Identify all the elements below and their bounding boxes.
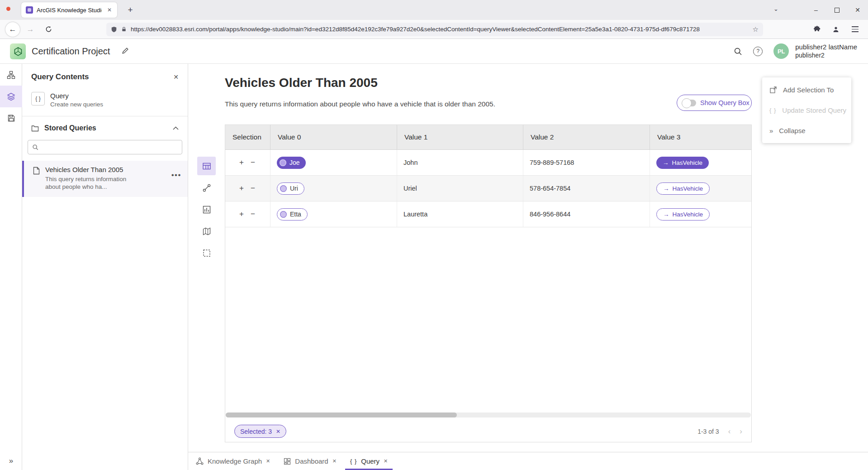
stored-queries-header[interactable]: Stored Queries [22,116,188,140]
more-options-icon[interactable]: ••• [171,171,181,180]
search-icon[interactable] [734,47,742,56]
view-tab-bar: Knowledge Graph ✕ Dashboard ✕ { } Query … [188,452,868,470]
menu-icon[interactable] [848,23,862,36]
maximize-button[interactable] [826,0,847,20]
minimize-button[interactable]: – [806,0,826,20]
close-window-button[interactable]: ✕ [847,0,868,20]
close-tab-icon[interactable]: ✕ [266,458,270,464]
stored-query-title: Vehicles Older Than 2005 [45,166,141,173]
braces-icon: { } [350,458,357,465]
column-header[interactable]: Value 2 [523,125,650,149]
edit-title-button[interactable] [121,47,129,55]
back-button[interactable]: ← [5,22,20,37]
stored-query-item[interactable]: Vehicles Older Than 2005 This query retu… [22,161,188,197]
menu-item-update-stored-query[interactable]: { } Update Stored Query [762,100,851,120]
new-query-item[interactable]: { } Query Create new queries [22,90,188,116]
column-header[interactable]: Value 3 [650,125,751,149]
stored-queries-search[interactable] [28,140,182,154]
entity-pill[interactable]: Joe [277,157,306,169]
toggle-switch[interactable] [683,100,696,106]
column-header[interactable]: Value 0 [270,125,397,149]
entity-dot-icon [280,159,286,166]
tab-label: Query [361,457,379,465]
table-footer: Selected: 3 ✕ 1-3 of 3 ‹ › [225,421,751,442]
close-tab-icon[interactable]: ✕ [332,458,337,464]
user-info[interactable]: publisher2 lastName publisher2 [795,43,857,59]
menu-item-label: Collapse [779,127,805,134]
menu-item-collapse[interactable]: » Collapse [762,120,851,141]
remove-from-selection-icon[interactable]: − [251,158,255,167]
refresh-button[interactable] [41,22,56,37]
menu-item-add-selection-to[interactable]: Add Selection To [762,80,851,100]
chevron-up-icon[interactable] [173,126,179,130]
column-header[interactable]: Value 1 [397,125,523,149]
entity-pill[interactable]: Uri [277,182,304,195]
new-query-title: Query [50,92,103,100]
tab-dashboard[interactable]: Dashboard ✕ [277,452,343,470]
add-to-selection-icon[interactable]: + [239,184,244,193]
save-icon[interactable] [0,107,22,129]
data-model-icon[interactable] [0,64,22,86]
bookmark-star-icon[interactable]: ☆ [753,25,759,34]
pagination-label: 1-3 of 3 [697,428,719,435]
column-header[interactable]: Selection [225,125,270,149]
lock-icon[interactable] [121,26,127,32]
project-title: Certification Project [32,39,110,63]
expand-strip-icon[interactable]: » [0,456,22,465]
show-query-box-toggle[interactable]: Show Query Box [677,95,752,111]
stored-query-description: This query returns information about peo… [45,176,141,191]
folder-icon [31,125,39,132]
horizontal-scrollbar[interactable] [226,412,751,417]
next-page-icon[interactable]: › [740,427,742,436]
selection-tools-icon[interactable] [197,244,216,262]
url-text: https://dev0028833.esri.com/portal/apps/… [131,26,749,33]
remove-from-selection-icon[interactable]: − [251,184,255,193]
add-to-selection-icon[interactable]: + [239,210,244,219]
value-1-cell: Uriel [397,176,523,201]
list-tabs-chevron-icon[interactable]: ⌄ [773,5,778,12]
chart-view-icon[interactable] [197,200,216,219]
table-row[interactable]: +−EttaLauretta846-956-8644→HasVehicle [225,201,751,227]
link-chart-icon[interactable] [197,178,216,197]
selection-cell: +− [225,176,270,201]
app-icon-strip: » [0,64,22,470]
remove-from-selection-icon[interactable]: − [251,210,255,219]
avatar[interactable]: PL [773,43,789,59]
scrollbar-thumb[interactable] [226,412,457,417]
previous-page-icon[interactable]: ‹ [728,427,731,436]
relationship-pill[interactable]: →HasVehicle [656,157,709,169]
query-title: Vehicles Older Than 2005 [225,76,378,90]
url-bar[interactable]: https://dev0028833.esri.com/portal/apps/… [106,23,763,36]
clear-selection-icon[interactable]: ✕ [276,428,280,435]
table-view-icon[interactable] [197,157,216,175]
close-tab-icon[interactable]: ✕ [105,6,114,14]
user-name: publisher2 lastName [795,43,857,52]
layers-icon[interactable] [0,86,22,107]
help-icon[interactable]: ? [753,47,763,56]
query-contents-panel: Query Contents ✕ { } Query Create new qu… [22,64,188,470]
add-to-selection-icon[interactable]: + [239,158,244,167]
table-row[interactable]: +−JoeJohn759-889-57168→HasVehicle [225,150,751,176]
tab-query[interactable]: { } Query ✕ [343,452,394,470]
selected-chip[interactable]: Selected: 3 ✕ [234,425,286,438]
tab-knowledge-graph[interactable]: Knowledge Graph ✕ [189,452,277,470]
close-panel-icon[interactable]: ✕ [173,73,179,81]
browser-tab-bar: ArcGIS Knowledge Studio ✕ + ⌄ – ✕ [0,0,868,20]
entity-pill[interactable]: Etta [277,208,308,221]
tracking-shield-icon[interactable] [111,26,117,33]
close-tab-icon[interactable]: ✕ [384,458,388,464]
forward-button[interactable]: → [23,22,38,37]
new-tab-button[interactable]: + [124,4,137,16]
browser-tab[interactable]: ArcGIS Knowledge Studio ✕ [21,2,117,18]
table-body: +−JoeJohn759-889-57168→HasVehicle+−UriUr… [225,150,751,227]
arrow-right-icon: → [663,185,669,192]
table-row[interactable]: +−UriUriel578-654-7854→HasVehicle [225,176,751,201]
value-2-cell: 578-654-7854 [523,176,650,201]
relationship-pill[interactable]: →HasVehicle [656,208,710,221]
map-view-icon[interactable] [197,222,216,240]
relationship-pill[interactable]: →HasVehicle [656,182,710,195]
search-input[interactable] [42,144,178,151]
account-icon[interactable] [829,23,843,36]
menu-item-label: Update Stored Query [782,106,846,114]
extensions-icon[interactable] [810,23,824,36]
